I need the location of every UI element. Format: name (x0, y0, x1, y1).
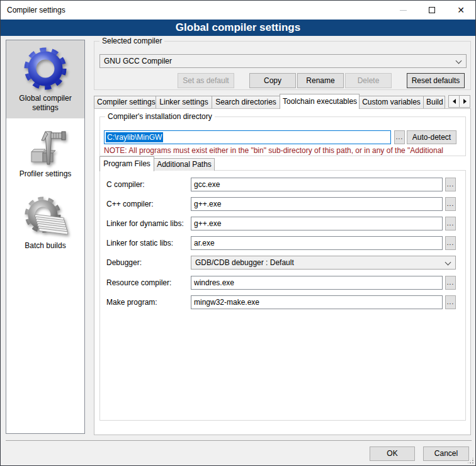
window-controls: ✕ (388, 1, 475, 20)
install-dir-browse-button[interactable]: ... (394, 130, 405, 144)
program-files-tabstrip: Program Files Additional Paths (99, 156, 214, 171)
make-program-browse-button[interactable]: ... (445, 295, 456, 309)
field-label: Debugger: (106, 256, 142, 270)
c-compiler-input[interactable] (191, 178, 443, 191)
maximize-icon (429, 7, 435, 13)
arrow-right-icon (463, 99, 467, 104)
tab-program-files[interactable]: Program Files (99, 156, 154, 171)
make-program-input[interactable] (191, 295, 443, 309)
sidebar-item-label: Batch builds (6, 240, 84, 256)
close-icon: ✕ (457, 6, 465, 14)
field-label: C compiler: (106, 178, 145, 191)
selected-compiler-group: Selected compiler GNU GCC Compiler Set a… (94, 41, 471, 90)
cpp-compiler-browse-button[interactable]: ... (445, 197, 456, 211)
window-title: Compiler settings (7, 1, 65, 20)
sidebar-item-label: Profiler settings (6, 168, 84, 184)
delete-button[interactable]: Delete (345, 73, 392, 88)
sidebar-item-batch-builds[interactable]: Batch builds (6, 190, 84, 262)
tab-additional-paths[interactable]: Additional Paths (154, 158, 215, 171)
sidebar-item-label: Global compiler settings (6, 93, 84, 118)
tab-toolchain-executables[interactable]: Toolchain executables (280, 94, 360, 109)
compiler-tabstrip: Compiler settings Linker settings Search… (94, 94, 471, 108)
tab-build[interactable]: Build (423, 96, 445, 108)
arrow-left-icon (453, 99, 456, 104)
compiler-settings-window: Compiler settings ✕ Global compiler sett… (0, 0, 476, 466)
bin-subdirectory-note: NOTE: All programs must exist either in … (104, 146, 463, 155)
tab-scroll-controls (449, 95, 470, 108)
field-label: C++ compiler: (106, 197, 154, 211)
minimize-icon (400, 10, 407, 11)
tab-linker-settings[interactable]: Linker settings (156, 96, 212, 108)
copy-button[interactable]: Copy (249, 73, 296, 88)
debugger-select[interactable]: GDB/CDB debugger : Default (191, 256, 456, 270)
group-legend: Selected compiler (99, 37, 164, 45)
tab-search-directories[interactable]: Search directories (212, 96, 280, 108)
page-title: Global compiler settings (1, 20, 475, 36)
auto-detect-button[interactable]: Auto-detect (407, 130, 456, 144)
program-files-panel: C compiler: ... C++ compiler: ... Linker… (99, 170, 466, 421)
close-button[interactable]: ✕ (446, 1, 475, 20)
tab-custom-variables[interactable]: Custom variables (359, 96, 424, 108)
tab-compiler-settings[interactable]: Compiler settings (94, 96, 156, 108)
titlebar: Compiler settings ✕ (1, 1, 475, 20)
static-linker-input[interactable] (191, 236, 443, 250)
chevron-down-icon (445, 259, 451, 266)
selected-compiler-combo[interactable]: GNU GCC Compiler (99, 54, 467, 68)
cpp-compiler-input[interactable] (191, 197, 443, 211)
selected-compiler-value: GNU GCC Compiler (104, 57, 172, 65)
field-label: Make program: (106, 295, 157, 309)
field-label: Linker for static libs: (106, 236, 173, 250)
settings-category-list: Global compiler settings (6, 40, 85, 434)
dynamic-linker-browse-button[interactable]: ... (445, 217, 456, 230)
c-compiler-browse-button[interactable]: ... (445, 178, 456, 191)
tab-scroll-right-button[interactable] (459, 95, 470, 108)
footer-divider (6, 440, 472, 441)
resource-compiler-input[interactable] (191, 276, 443, 290)
rename-button[interactable]: Rename (297, 73, 344, 88)
group-legend: Compiler's installation directory (105, 112, 215, 121)
install-dir-value: C:\raylib\MinGW (106, 132, 163, 142)
ok-button[interactable]: OK (370, 446, 415, 461)
gray-gear-stack-icon (23, 195, 68, 240)
toolchain-executables-panel: Compiler's installation directory C:\ray… (94, 108, 471, 435)
set-as-default-button[interactable]: Set as default (178, 73, 234, 88)
chevron-down-icon (456, 58, 462, 64)
field-label: Linker for dynamic libs: (106, 217, 184, 230)
debugger-value: GDB/CDB debugger : Default (195, 258, 294, 267)
installation-directory-group: Compiler's installation directory C:\ray… (99, 116, 466, 156)
resource-compiler-browse-button[interactable]: ... (445, 276, 456, 290)
resize-grip-icon[interactable] (468, 458, 474, 464)
minimize-button[interactable] (388, 1, 417, 20)
dynamic-linker-input[interactable] (191, 217, 443, 230)
cancel-button[interactable]: Cancel (423, 446, 469, 461)
sidebar-item-global-compiler-settings[interactable]: Global compiler settings (6, 40, 84, 118)
install-dir-input[interactable]: C:\raylib\MinGW (104, 130, 391, 144)
reset-defaults-button[interactable]: Reset defaults (407, 73, 465, 88)
blue-gear-icon (21, 45, 69, 93)
tab-scroll-left-button[interactable] (448, 95, 460, 108)
field-label: Resource compiler: (106, 276, 171, 290)
sidebar-item-profiler-settings[interactable]: Profiler settings (6, 118, 84, 190)
maximize-button[interactable] (417, 1, 446, 20)
static-linker-browse-button[interactable]: ... (445, 236, 456, 250)
caliper-icon (23, 123, 68, 168)
